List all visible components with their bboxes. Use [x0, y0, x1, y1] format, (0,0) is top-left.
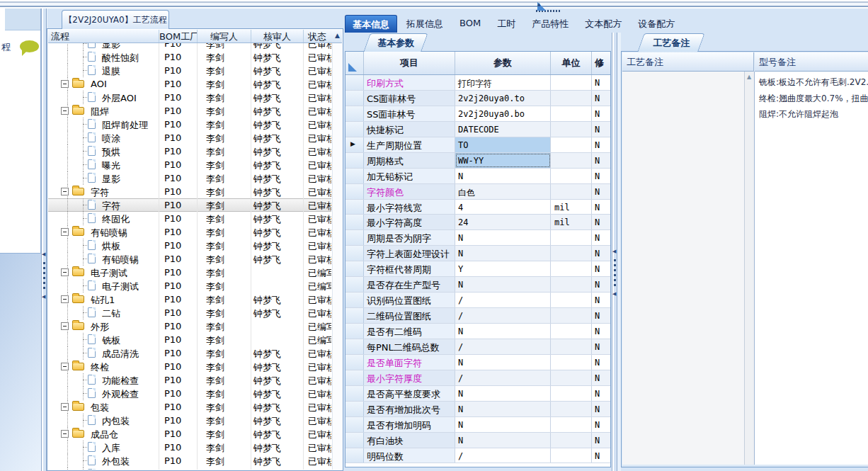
background-window[interactable]: 程 [0, 8, 41, 254]
param-value[interactable]: 2v2j20uya0.bo [455, 106, 551, 121]
param-value[interactable]: / [455, 339, 551, 354]
tree-row[interactable]: 有铅喷锡P10李剑钟梦飞已审核 [48, 225, 331, 239]
column-header-bom-factory[interactable]: BOM工厂 [159, 30, 198, 42]
tree-row[interactable]: 有铅喷锡P10李剑钟梦飞已审核 [48, 252, 331, 266]
tree-row[interactable]: 铣板P10李剑已编写 [48, 333, 331, 346]
tree-row[interactable]: 喷涂P10李剑钟梦飞已审核 [48, 131, 331, 144]
tree-row[interactable]: 二钻P10李剑钟梦飞已审核 [48, 306, 331, 319]
param-row[interactable]: 是否有二维码NN [346, 324, 610, 339]
param-row[interactable]: 加无铅标记NN [346, 169, 610, 184]
collapse-icon[interactable] [61, 430, 69, 438]
param-row[interactable]: 快捷标记DATECODEN [346, 122, 610, 137]
param-row[interactable]: 字符颜色白色N [346, 184, 610, 200]
tree-row[interactable]: 出库P10李剑钟梦飞已审核 [48, 467, 331, 470]
param-value[interactable]: / [455, 448, 551, 463]
param-value[interactable]: N [455, 246, 551, 261]
column-header-item[interactable]: 项目 [364, 52, 455, 74]
scroll-up-icon[interactable]: ▲ [747, 74, 751, 80]
tree-row[interactable]: 预烘P10李剑钟梦飞已审核 [48, 144, 331, 158]
collapse-icon[interactable] [61, 322, 69, 330]
tab-equipment-recipe[interactable]: 设备配方 [631, 15, 682, 33]
param-row[interactable]: 周期格式WW-YYN [346, 153, 610, 169]
param-value[interactable]: N [455, 230, 551, 245]
tab-extended-info[interactable]: 拓展信息 [399, 15, 450, 33]
header-corner-cell[interactable] [346, 52, 364, 74]
tree-row[interactable]: 字符P10李剑钟梦飞已审核 [48, 198, 331, 212]
collapse-icon[interactable] [61, 107, 69, 115]
tree-row[interactable]: AOIP10李剑钟梦飞已审核 [48, 77, 331, 91]
param-row[interactable]: ▶生产周期位置TON [346, 137, 610, 153]
param-value[interactable]: / [455, 293, 551, 307]
tree-row[interactable]: 外层AOIP10李剑钟梦飞已审核 [48, 91, 331, 104]
param-row[interactable]: 是否有增加批次号NN [346, 402, 610, 417]
collapse-icon[interactable] [61, 80, 69, 88]
tree-row[interactable]: 功能检查P10李剑钟梦飞已审核 [48, 373, 331, 387]
param-row[interactable]: 最小字符线宽4milN [346, 200, 610, 215]
process-notes-list[interactable] [622, 72, 744, 465]
param-value[interactable]: 打印字符 [455, 75, 551, 90]
tree-row[interactable]: 烘板P10李剑钟梦飞已审核 [48, 239, 331, 252]
param-row[interactable]: 识别码位置图纸/N [346, 293, 610, 308]
param-value[interactable]: N [455, 277, 551, 292]
param-row[interactable]: 印刷方式打印字符N [346, 75, 610, 91]
tree-row[interactable]: 内包装P10李剑钟梦飞已审核 [48, 414, 331, 427]
tree-row[interactable]: 酸性蚀刻P10李剑钟梦飞已审核 [48, 50, 331, 64]
column-header-value[interactable]: 参数 [455, 52, 551, 74]
tree-row[interactable]: 字符P10李剑钟梦飞已审核 [48, 185, 331, 198]
param-row[interactable]: 是否存在生产型号NN [346, 277, 610, 293]
param-value[interactable]: N [455, 324, 551, 339]
param-row[interactable]: 每PNL二维码总数/N [346, 339, 610, 355]
param-row[interactable]: 周期是否为阴字NN [346, 230, 610, 246]
tree-row[interactable]: 包装P10李剑钟梦飞已审核 [48, 400, 331, 414]
tab-product-features[interactable]: 产品特性 [525, 15, 576, 33]
flow-window-tab[interactable]: 【2V2J20UYA0】工艺流程 [62, 10, 169, 29]
tree-row[interactable]: 外形P10李剑已编写 [48, 319, 331, 333]
collapse-icon[interactable] [61, 295, 69, 303]
param-value[interactable]: DATECODE [455, 122, 551, 137]
tab-work-hours[interactable]: 工时 [490, 15, 522, 33]
param-value[interactable]: 24 [455, 215, 551, 229]
tab-process-notes[interactable]: 工艺备注 [637, 33, 704, 52]
param-row[interactable]: 有白油块NN [346, 433, 610, 448]
column-header-reviewer[interactable]: 核审人 [251, 30, 304, 42]
param-value[interactable]: WW-YY [455, 153, 551, 168]
column-header-unit[interactable]: 单位 [551, 52, 592, 74]
tree-row[interactable]: 外包装P10李剑钟梦飞已审核 [48, 454, 331, 467]
tree-row[interactable]: 电子测试P10李剑已编写 [48, 266, 331, 279]
param-value[interactable]: 2v2j20uya0.to [455, 91, 551, 106]
param-row[interactable]: 是否高平整度要求NN [346, 386, 610, 402]
param-value[interactable]: N [455, 386, 551, 401]
param-row[interactable]: 明码位数/N [346, 448, 610, 464]
param-row[interactable]: 最小字符高度24milN [346, 215, 610, 230]
tree-row[interactable]: 终固化P10李剑钟梦飞已审核 [48, 212, 331, 225]
param-row[interactable]: 是否有增加明码NN [346, 417, 610, 433]
tab-text-recipe[interactable]: 文本配方 [578, 15, 629, 33]
param-value[interactable]: TO [455, 137, 551, 152]
tab-basic-info[interactable]: 基本信息 [345, 15, 397, 33]
tree-scrollbar[interactable] [332, 43, 342, 470]
collapse-icon[interactable] [61, 188, 69, 195]
param-row[interactable]: 字符上表面处理设计NN [346, 246, 610, 261]
right-splitter[interactable]: ◀ ◀ [612, 33, 621, 471]
param-value[interactable]: 白色 [455, 184, 551, 199]
tree-row[interactable]: 退膜P10李剑钟梦飞已审核 [48, 64, 331, 77]
column-header-modify[interactable]: 修 [592, 52, 610, 74]
column-header-flow[interactable]: 流程 [48, 30, 159, 42]
collapse-icon[interactable] [61, 228, 69, 236]
tree-row[interactable]: 电子测试P10李剑已编写 [48, 279, 331, 293]
tree-row[interactable]: 显影P10李剑钟梦飞已审核 [48, 171, 331, 185]
param-row[interactable]: 最小字符厚度/N [346, 370, 610, 386]
column-header-writer[interactable]: 编写人 [198, 30, 251, 42]
horizontal-splitter-grip[interactable]: ▲ ▲ [535, 8, 561, 13]
param-row[interactable]: 是否单面字符NN [346, 355, 610, 370]
param-value[interactable]: N [455, 355, 551, 370]
collapse-icon[interactable] [61, 268, 69, 276]
param-value[interactable]: N [455, 402, 551, 416]
collapse-icon[interactable] [61, 403, 69, 411]
tree-row[interactable]: 曝光P10李剑钟梦飞已审核 [48, 158, 331, 171]
notes-scrollbar[interactable]: ▲ [744, 72, 754, 465]
collapse-icon[interactable] [61, 363, 69, 370]
tree-row[interactable]: 成品清洗P10李剑钟梦飞已审核 [48, 346, 331, 360]
param-value[interactable]: N [455, 169, 551, 183]
tab-bom[interactable]: BOM [452, 15, 488, 33]
